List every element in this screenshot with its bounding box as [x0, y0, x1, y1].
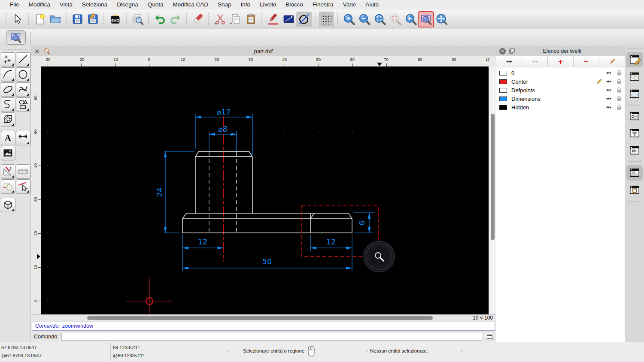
- hidden-lines[interactable]: [209, 152, 237, 233]
- layer-row[interactable]: Center: [496, 77, 625, 86]
- drawing-canvas[interactable]: ⌀17 ⌀8 24 12 50 12 6: [41, 66, 489, 314]
- hatch-tool-button[interactable]: [1, 112, 15, 127]
- menu-file[interactable]: File: [5, 1, 24, 8]
- menu-vista[interactable]: Vista: [55, 1, 77, 8]
- open-file-button[interactable]: [47, 12, 63, 27]
- zoom-selection-button[interactable]: [387, 12, 403, 27]
- delete-button[interactable]: [190, 12, 205, 27]
- point-tool-button[interactable]: [1, 52, 15, 67]
- zoom-window-active-tool-button[interactable]: [6, 30, 26, 45]
- menu-aiuto[interactable]: Aiuto: [361, 1, 383, 8]
- dock-entity-list-button[interactable]: [626, 109, 643, 124]
- menu-livello[interactable]: Livello: [255, 1, 281, 8]
- dimension-tool-button[interactable]: [16, 131, 30, 145]
- h-ruler-label: 70: [380, 57, 392, 62]
- horizontal-scrollbar[interactable]: [41, 315, 469, 321]
- polygon-tool-button[interactable]: [16, 97, 30, 112]
- layer-visibility-toggle[interactable]: [605, 78, 613, 84]
- menu-modifica[interactable]: Modifica: [24, 1, 55, 8]
- command-options-button[interactable]: [485, 333, 494, 340]
- strip-drag-handle[interactable]: [628, 48, 641, 49]
- dock-layer-list-button[interactable]: [626, 52, 643, 67]
- part-outline[interactable]: [182, 151, 352, 233]
- palette-drag-handle[interactable]: [3, 49, 28, 50]
- layer-row[interactable]: 0: [496, 69, 625, 77]
- zoom-in-button[interactable]: [341, 12, 356, 27]
- save-button[interactable]: [70, 12, 85, 27]
- new-document-button[interactable]: [32, 12, 47, 27]
- menu-quota[interactable]: Quota: [143, 1, 168, 8]
- dock-command-line-button[interactable]: [626, 165, 643, 181]
- layer-lock-toggle[interactable]: [617, 70, 622, 76]
- show-all-layers-button[interactable]: [496, 56, 522, 67]
- spline-tool-icon: [17, 84, 29, 95]
- paste-button[interactable]: [243, 12, 258, 27]
- undo-button[interactable]: [152, 12, 167, 27]
- circle-tool-button[interactable]: [16, 67, 30, 82]
- menu-blocco[interactable]: Blocco: [281, 1, 308, 8]
- zoom-pan-button[interactable]: [434, 12, 449, 27]
- vertical-scrollbar[interactable]: [489, 66, 496, 314]
- vertical-scrollbar-thumb[interactable]: [491, 114, 495, 240]
- layer-visibility-toggle[interactable]: [605, 70, 613, 76]
- construction-lines-toggle[interactable]: [296, 12, 312, 27]
- select-tool-button[interactable]: [9, 12, 25, 27]
- delete-entity-tool-button[interactable]: [16, 179, 30, 194]
- selection-order-button[interactable]: [281, 12, 296, 27]
- svg-export-button[interactable]: SVG: [107, 12, 123, 27]
- command-input[interactable]: [61, 333, 482, 341]
- attributes-button[interactable]: [265, 12, 281, 27]
- layer-visibility-toggle[interactable]: [605, 87, 613, 93]
- layer-row[interactable]: Defpoints: [496, 86, 625, 94]
- dock-pointer-button[interactable]: [626, 143, 643, 158]
- measure-tool-button[interactable]: [16, 164, 30, 179]
- drawing-viewport[interactable]: ⌀17 ⌀8 24 12 50 12 6: [41, 66, 489, 314]
- panel-undock-button[interactable]: [509, 48, 515, 54]
- layer-lock-toggle[interactable]: [617, 96, 622, 102]
- line-tool-button[interactable]: [16, 52, 30, 67]
- polyline-tool-button[interactable]: [1, 97, 15, 112]
- menu-modifica-cad[interactable]: Modifica CAD: [168, 1, 213, 8]
- zoom-previous-button[interactable]: [403, 12, 418, 27]
- dock-filter-button[interactable]: [626, 126, 643, 141]
- menu-seleziona[interactable]: Seleziona: [77, 1, 112, 8]
- cut-button[interactable]: +: [212, 12, 228, 27]
- dock-library-button[interactable]: [626, 86, 643, 102]
- horizontal-scrollbar-thumb[interactable]: [87, 316, 433, 320]
- layer-visibility-toggle[interactable]: [605, 104, 613, 110]
- print-preview-button[interactable]: [130, 12, 145, 27]
- dock-clipboard-button[interactable]: [626, 182, 643, 198]
- menu-finestra[interactable]: Finestra: [308, 1, 338, 8]
- layer-row[interactable]: Hidden: [496, 103, 625, 112]
- save-as-button[interactable]: [85, 12, 100, 27]
- add-layer-button[interactable]: +: [548, 56, 574, 67]
- edit-layer-button[interactable]: [599, 56, 625, 67]
- panel-close-button[interactable]: ✕: [499, 48, 506, 54]
- zoom-auto-button[interactable]: [372, 12, 387, 27]
- menu-snap[interactable]: Snap: [213, 1, 236, 8]
- zoom-out-button[interactable]: [356, 12, 372, 27]
- copy-button[interactable]: +: [228, 12, 243, 27]
- layer-lock-toggle[interactable]: [617, 78, 622, 84]
- menu-varie[interactable]: Varie: [338, 1, 361, 8]
- arc-tool-button[interactable]: [1, 67, 15, 82]
- spline-tool-button[interactable]: [16, 82, 30, 97]
- layer-lock-toggle[interactable]: [617, 104, 622, 110]
- modify-tool-button[interactable]: [1, 164, 15, 179]
- block-tool-button[interactable]: [1, 179, 15, 194]
- layer-row[interactable]: Dimensions: [496, 94, 625, 103]
- hide-all-layers-button[interactable]: [522, 56, 548, 67]
- menu-disegna[interactable]: Disegna: [112, 1, 143, 8]
- redo-button[interactable]: [167, 12, 183, 27]
- layer-visibility-toggle[interactable]: [605, 96, 613, 102]
- zoom-window-button[interactable]: [418, 12, 434, 27]
- layer-lock-toggle[interactable]: [617, 87, 622, 93]
- dock-block-list-button[interactable]: [626, 69, 643, 84]
- grid-toggle-button[interactable]: [319, 12, 334, 27]
- remove-layer-button[interactable]: −: [574, 56, 599, 67]
- image-tool-button[interactable]: [1, 146, 15, 160]
- ellipse-tool-button[interactable]: [1, 82, 15, 97]
- text-tool-button[interactable]: A: [1, 131, 15, 145]
- 3d-tool-button[interactable]: [1, 198, 15, 212]
- menu-info[interactable]: Info: [236, 1, 255, 8]
